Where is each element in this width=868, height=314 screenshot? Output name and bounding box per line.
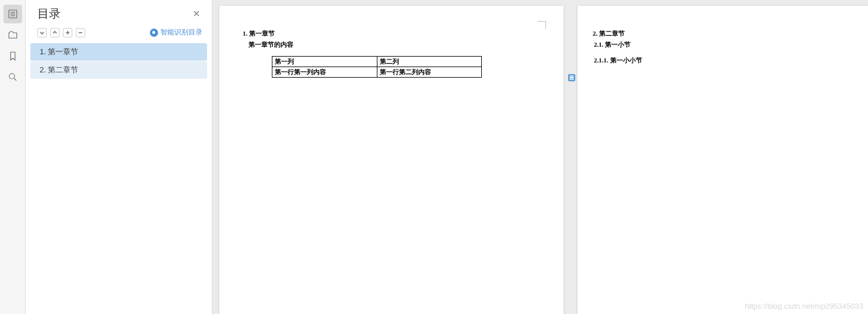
page1-paragraph[interactable]: 第一章节的内容 (249, 40, 546, 49)
svg-rect-12 (570, 79, 574, 80)
page-2-content: 2. 第二章节 2.1. 第一小节 2.1.1. 第一小小节 (578, 6, 868, 65)
smart-recognize-link[interactable]: 智能识别目录 (150, 27, 202, 37)
table-cell[interactable]: 第一行第一列内容 (272, 67, 377, 78)
page-break-icon[interactable] (567, 73, 576, 82)
table-row[interactable]: 第一行第一列内容 第一行第二列内容 (272, 67, 482, 78)
expand-all-icon[interactable] (37, 28, 47, 37)
search-icon[interactable] (4, 68, 22, 86)
page-2[interactable]: 2. 第二章节 2.1. 第一小节 2.1.1. 第一小小节 (578, 6, 868, 314)
outline-item-1[interactable]: 1. 第一章节 (30, 43, 207, 61)
document-area: 1. 第一章节 第一章节的内容 第一列 第二列 第一行第一列内容 第一行第二列内… (212, 0, 868, 314)
watermark: https://blog.csdn.net/mp295345033 (745, 302, 863, 310)
folder-icon[interactable] (4, 26, 22, 44)
svg-rect-10 (570, 76, 574, 77)
table-cell[interactable]: 第一列 (272, 57, 377, 67)
page2-heading2[interactable]: 2.1. 第一小节 (594, 40, 868, 49)
bookmark-icon[interactable] (4, 47, 22, 65)
page1-table[interactable]: 第一列 第二列 第一行第一列内容 第一行第二列内容 (272, 56, 482, 78)
table-cell[interactable]: 第一行第二列内容 (377, 67, 482, 78)
table-row[interactable]: 第一列 第二列 (272, 57, 482, 67)
collapse-all-icon[interactable] (50, 28, 60, 37)
outline-icon[interactable] (4, 5, 22, 23)
smart-link-label: 智能识别目录 (160, 27, 202, 37)
left-toolbar (0, 0, 26, 314)
outline-toolbar-left (37, 28, 85, 37)
outline-toolbar: 智能识别目录 (26, 24, 212, 43)
smart-dot-icon (150, 29, 158, 37)
outline-item-2[interactable]: 2. 第二章节 (30, 61, 207, 79)
close-icon[interactable]: ✕ (190, 8, 202, 19)
page-1[interactable]: 1. 第一章节 第一章节的内容 第一列 第二列 第一行第一列内容 第一行第二列内… (219, 6, 564, 314)
page-margin-corner-icon (538, 21, 546, 29)
page1-heading1[interactable]: 1. 第一章节 (243, 29, 546, 38)
outline-header: 目录 ✕ (26, 0, 212, 24)
page2-heading3[interactable]: 2.1.1. 第一小小节 (594, 56, 868, 65)
remove-item-icon[interactable] (76, 28, 85, 37)
svg-point-4 (9, 74, 15, 79)
table-cell[interactable]: 第二列 (377, 57, 482, 67)
page2-heading1[interactable]: 2. 第二章节 (593, 29, 868, 38)
svg-line-5 (14, 78, 16, 81)
page-1-content: 1. 第一章节 第一章节的内容 第一列 第二列 第一行第一列内容 第一行第二列内… (219, 6, 564, 78)
outline-list: 1. 第一章节 2. 第二章节 (26, 43, 212, 79)
add-item-icon[interactable] (63, 28, 72, 37)
outline-title: 目录 (37, 6, 61, 22)
svg-rect-11 (570, 77, 574, 78)
outline-panel: 目录 ✕ 智能识别目录 1. 第一章节 2. 第二章节 (26, 0, 212, 314)
